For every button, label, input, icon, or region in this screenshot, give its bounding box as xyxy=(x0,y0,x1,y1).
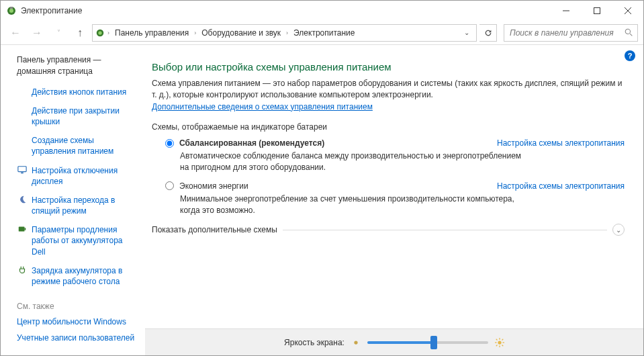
navbar: ← → ˅ ↑ › Панель управления › Оборудован… xyxy=(1,21,643,45)
svg-point-16 xyxy=(498,341,501,344)
svg-line-21 xyxy=(496,339,498,340)
sidebar-link-label: Параметры продления работы от аккумулято… xyxy=(32,224,138,257)
close-button[interactable] xyxy=(612,1,643,21)
svg-rect-4 xyxy=(594,8,600,14)
sun-dim-icon xyxy=(351,338,361,347)
up-button[interactable]: ↑ xyxy=(71,24,89,42)
svg-rect-12 xyxy=(21,172,24,173)
svg-rect-14 xyxy=(25,228,26,231)
minimize-button[interactable] xyxy=(551,1,582,21)
power-plan-saver: Экономия энергии Настройка схемы электро… xyxy=(165,181,625,216)
sidebar-link-label: Настройка перехода в спящий режим xyxy=(32,195,138,216)
plans-group-label: Схемы, отображаемые на индикаторе батаре… xyxy=(152,122,625,132)
sidebar-link-create-plan[interactable]: Создание схемы управления питанием xyxy=(17,135,138,157)
chevron-right-icon: › xyxy=(285,30,289,36)
main-panel: ? Выбор или настройка схемы управления п… xyxy=(145,45,643,355)
see-also-accounts[interactable]: Учетные записи пользователей xyxy=(17,332,138,343)
sidebar-link-label: Действие при закрытии крышки xyxy=(32,105,138,127)
page-title: Выбор или настройка схемы управления пит… xyxy=(152,61,625,73)
app-icon xyxy=(6,5,17,16)
sidebar-link-label: Настройка отключения дисплея xyxy=(32,165,138,187)
sidebar-link-sleep[interactable]: Настройка перехода в спящий режим xyxy=(17,195,138,216)
svg-point-15 xyxy=(354,341,357,344)
more-info-link[interactable]: Дополнительные сведения о схемах управле… xyxy=(152,102,373,112)
sidebar-link-power-buttons[interactable]: Действия кнопок питания xyxy=(17,87,138,97)
sidebar-link-label: Создание схемы управления питанием xyxy=(32,135,138,157)
refresh-button[interactable] xyxy=(479,24,497,42)
slider-thumb[interactable] xyxy=(430,336,437,349)
see-also-label: Учетные записи пользователей xyxy=(17,332,134,343)
see-also-label: Центр мобильности Windows xyxy=(17,316,126,327)
monitor-icon xyxy=(17,165,28,175)
svg-line-10 xyxy=(630,34,632,36)
plan-radio-saver[interactable] xyxy=(165,181,174,190)
sidebar-link-label: Зарядка аккумулятора в режиме рабочего с… xyxy=(32,265,138,287)
breadcrumb-item[interactable]: Электропитание xyxy=(291,27,357,39)
back-button[interactable]: ← xyxy=(6,24,25,42)
battery-icon xyxy=(17,224,28,234)
plan-config-link[interactable]: Настройка схемы электропитания xyxy=(497,138,625,148)
breadcrumb-item[interactable]: Оборудование и звук xyxy=(199,27,283,39)
sidebar-link-label: Действия кнопок питания xyxy=(32,87,126,97)
description-text: Схема управления питанием — это набор па… xyxy=(152,79,622,99)
chevron-right-icon: › xyxy=(193,30,197,36)
control-panel-home-link[interactable]: Панель управления — домашняя страница xyxy=(17,54,138,77)
breadcrumb-item[interactable]: Панель управления xyxy=(112,27,191,39)
brightness-slider[interactable] xyxy=(367,341,488,344)
titlebar: Электропитание xyxy=(1,1,643,21)
search-box[interactable] xyxy=(504,24,638,42)
svg-line-22 xyxy=(502,345,503,346)
svg-point-2 xyxy=(9,9,13,13)
forward-button[interactable]: → xyxy=(28,24,46,42)
sidebar: Панель управления — домашняя страница Де… xyxy=(1,45,145,355)
svg-rect-13 xyxy=(19,227,25,232)
help-button[interactable]: ? xyxy=(625,50,635,61)
plan-description: Автоматическое соблюдение баланса между … xyxy=(180,150,529,173)
svg-line-24 xyxy=(496,345,498,346)
brightness-bar: Яркость экрана: xyxy=(145,328,643,355)
plan-radio-balanced[interactable] xyxy=(165,139,174,148)
see-also-mobility[interactable]: Центр мобильности Windows xyxy=(17,316,138,327)
power-plan-balanced: Сбалансированная (рекомендуется) Настрой… xyxy=(165,138,625,173)
expander-label: Показать дополнительные схемы xyxy=(152,225,277,234)
see-also-heading: См. также xyxy=(17,302,138,311)
plan-name[interactable]: Сбалансированная (рекомендуется) xyxy=(179,138,324,148)
search-icon xyxy=(625,28,633,37)
svg-point-9 xyxy=(625,29,630,34)
plug-icon xyxy=(17,265,28,275)
window-title: Электропитание xyxy=(21,6,82,15)
sidebar-link-desktop-charge[interactable]: Зарядка аккумулятора в режиме рабочего с… xyxy=(17,265,138,287)
address-dropdown[interactable]: ⌄ xyxy=(460,29,473,36)
sidebar-link-display-off[interactable]: Настройка отключения дисплея xyxy=(17,165,138,187)
sun-bright-icon xyxy=(495,338,504,347)
chevron-down-icon: ⌄ xyxy=(612,224,625,236)
svg-point-8 xyxy=(98,31,101,34)
plan-config-link[interactable]: Настройка схемы электропитания xyxy=(497,181,625,191)
chevron-right-icon: › xyxy=(106,30,111,36)
brightness-label: Яркость экрана: xyxy=(284,338,344,347)
plan-name[interactable]: Экономия энергии xyxy=(179,181,248,191)
sidebar-link-dell-battery[interactable]: Параметры продления работы от аккумулято… xyxy=(17,224,138,257)
show-more-plans[interactable]: Показать дополнительные схемы ⌄ xyxy=(152,224,625,236)
address-bar[interactable]: › Панель управления › Оборудование и зву… xyxy=(92,24,477,42)
page-description: Схема управления питанием — это набор па… xyxy=(152,78,625,113)
search-input[interactable] xyxy=(508,28,622,38)
svg-line-23 xyxy=(502,339,503,340)
app-icon-small xyxy=(95,28,105,38)
sidebar-link-lid-action[interactable]: Действие при закрытии крышки xyxy=(17,105,138,127)
plan-description: Минимальное энергопотребление за счет ум… xyxy=(180,193,529,216)
moon-icon xyxy=(17,195,28,204)
maximize-button[interactable] xyxy=(582,1,612,21)
svg-rect-11 xyxy=(18,166,26,171)
recent-dropdown[interactable]: ˅ xyxy=(49,24,68,42)
